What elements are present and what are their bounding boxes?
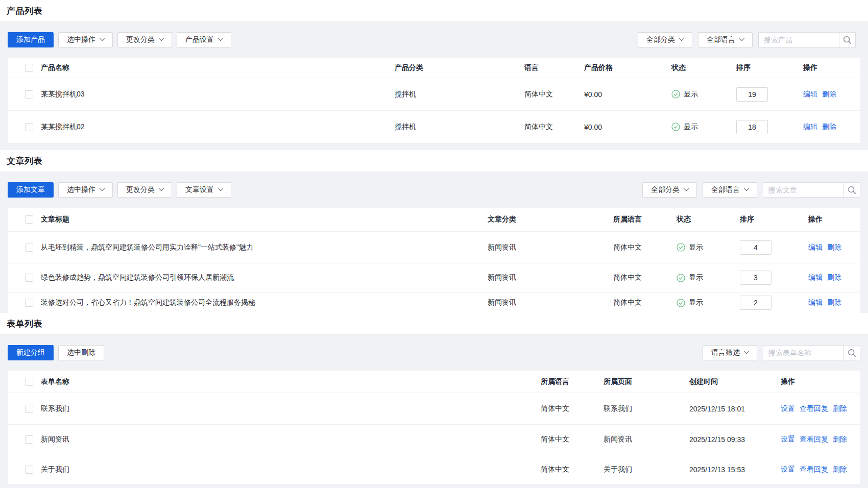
admin-page: 产品列表 添加产品 选中操作 更改分类 产品设置 全部分类 全部语言: [0, 0, 868, 488]
delete-selected-button[interactable]: 选中删除: [58, 345, 104, 360]
products-title-bar: 产品列表: [0, 0, 868, 22]
col-language: 语言: [524, 63, 584, 72]
col-article-title: 文章标题: [33, 215, 488, 224]
row-checkbox[interactable]: [25, 274, 33, 282]
chevron-down-icon: [218, 185, 223, 191]
product-category: 搅拌机: [395, 90, 524, 99]
delete-link[interactable]: 删除: [827, 273, 841, 281]
table-row: 装修选对公司，省心又省力！鼎筑空间建筑装修公司全流程服务揭秘 新闻资讯 简体中文…: [8, 292, 860, 313]
new-group-button[interactable]: 新建分组: [8, 345, 54, 360]
product-search-input[interactable]: [758, 32, 839, 47]
check-circle-icon: [671, 90, 680, 99]
add-product-button[interactable]: 添加产品: [8, 32, 54, 47]
article-search-button[interactable]: [843, 182, 860, 198]
form-search-button[interactable]: [843, 345, 860, 360]
product-change-category-dropdown[interactable]: 更改分类: [117, 32, 172, 47]
products-table: 产品名称 产品分类 语言 产品价格 状态 排序 操作 某某搅拌机03 搅拌机 简…: [8, 58, 860, 143]
settings-link[interactable]: 设置: [781, 465, 795, 473]
article-search-input[interactable]: [763, 182, 843, 198]
article-selected-action-dropdown[interactable]: 选中操作: [58, 182, 113, 198]
product-name: 某某搅拌机02: [33, 123, 395, 132]
delete-link[interactable]: 删除: [822, 90, 836, 98]
sort-cell: [736, 87, 803, 102]
form-filter-language-dropdown[interactable]: 语言筛选: [703, 345, 757, 360]
sort-input[interactable]: [740, 296, 771, 310]
forms-section: 表单列表 新建分组 选中删除 语言筛选 表单名称 所属语言 所属页面: [0, 313, 868, 485]
dropdown-label: 更改分类: [126, 185, 155, 194]
col-sort: 排序: [736, 63, 803, 72]
sort-input[interactable]: [736, 120, 768, 134]
dropdown-label: 更改分类: [126, 35, 155, 44]
product-filter-language-dropdown[interactable]: 全部语言: [698, 32, 753, 47]
delete-link[interactable]: 删除: [833, 435, 847, 443]
col-actions: 操作: [803, 63, 860, 72]
edit-link[interactable]: 编辑: [808, 273, 823, 281]
row-checkbox[interactable]: [25, 405, 33, 413]
table-row: 联系我们 简体中文 联系我们 2025/12/15 18:01 设置查看回复删除: [8, 393, 860, 425]
row-checkbox[interactable]: [25, 466, 33, 474]
form-page: 联系我们: [604, 404, 689, 413]
article-filter-category-dropdown[interactable]: 全部分类: [642, 182, 697, 198]
col-product-name: 产品名称: [33, 63, 395, 72]
form-search-input[interactable]: [763, 345, 843, 360]
delete-link[interactable]: 删除: [827, 243, 841, 251]
col-status: 状态: [671, 63, 736, 72]
table-row: 某某搅拌机02 搅拌机 简体中文 ¥0.00 显示 编辑删除: [8, 111, 860, 143]
sort-input[interactable]: [740, 240, 771, 255]
edit-link[interactable]: 编辑: [803, 123, 817, 131]
dropdown-label: 选中操作: [67, 185, 95, 194]
delete-link[interactable]: 删除: [822, 123, 836, 131]
article-filter-language-dropdown[interactable]: 全部语言: [703, 182, 757, 198]
chevron-down-icon: [218, 35, 223, 41]
search-icon: [848, 349, 856, 357]
form-language: 简体中文: [541, 435, 604, 444]
form-page: 新闻资讯: [604, 435, 689, 444]
product-language: 简体中文: [524, 90, 584, 99]
forms-page-title: 表单列表: [7, 318, 42, 330]
view-replies-link[interactable]: 查看回复: [800, 465, 828, 473]
row-checkbox[interactable]: [25, 90, 33, 99]
product-settings-dropdown[interactable]: 产品设置: [177, 32, 231, 47]
row-checkbox[interactable]: [25, 243, 33, 252]
row-actions: 编辑删除: [803, 90, 860, 99]
col-product-category: 产品分类: [395, 63, 524, 72]
chevron-down-icon: [679, 35, 684, 41]
edit-link[interactable]: 编辑: [808, 298, 823, 306]
status-text: 显示: [684, 123, 698, 132]
select-all-checkbox[interactable]: [25, 378, 33, 386]
product-filter-category-dropdown[interactable]: 全部分类: [638, 32, 692, 47]
row-checkbox[interactable]: [25, 123, 33, 131]
sort-cell: [740, 240, 808, 255]
article-change-category-dropdown[interactable]: 更改分类: [117, 182, 172, 198]
table-row: 某某搅拌机03 搅拌机 简体中文 ¥0.00 显示 编辑删除: [8, 78, 860, 111]
row-checkbox[interactable]: [25, 299, 33, 307]
edit-link[interactable]: 编辑: [808, 243, 823, 251]
select-all-checkbox[interactable]: [25, 64, 33, 72]
select-all-checkbox[interactable]: [25, 215, 33, 224]
table-row: 绿色装修成趋势，鼎筑空间建筑装修公司引领环保人居新潮流 新闻资讯 简体中文 显示…: [8, 263, 860, 292]
delete-link[interactable]: 删除: [827, 298, 841, 306]
row-checkbox[interactable]: [25, 435, 33, 444]
view-replies-link[interactable]: 查看回复: [800, 435, 828, 443]
edit-link[interactable]: 编辑: [803, 90, 817, 98]
add-article-button[interactable]: 添加文章: [8, 182, 54, 198]
col-created: 创建时间: [689, 377, 781, 386]
article-title: 从毛坯到精装，鼎筑空间建筑装修公司用实力诠释"一站式装修"魅力: [33, 243, 488, 252]
settings-link[interactable]: 设置: [781, 435, 795, 443]
product-selected-action-dropdown[interactable]: 选中操作: [58, 32, 113, 47]
delete-link[interactable]: 删除: [833, 404, 847, 412]
row-actions: 设置查看回复删除: [781, 435, 860, 444]
products-toolbar: 添加产品 选中操作 更改分类 产品设置 全部分类 全部语言: [0, 22, 868, 58]
sort-input[interactable]: [736, 87, 768, 102]
product-search-button[interactable]: [839, 32, 856, 47]
settings-link[interactable]: 设置: [781, 404, 795, 412]
delete-link[interactable]: 删除: [833, 465, 847, 473]
product-price: ¥0.00: [584, 123, 671, 131]
sort-input[interactable]: [740, 271, 771, 285]
row-actions: 编辑删除: [808, 243, 860, 252]
article-title: 装修选对公司，省心又省力！鼎筑空间建筑装修公司全流程服务揭秘: [33, 298, 488, 307]
view-replies-link[interactable]: 查看回复: [800, 404, 828, 412]
col-actions: 操作: [808, 215, 860, 224]
article-settings-dropdown[interactable]: 文章设置: [177, 182, 231, 198]
products-table-header: 产品名称 产品分类 语言 产品价格 状态 排序 操作: [8, 58, 860, 78]
